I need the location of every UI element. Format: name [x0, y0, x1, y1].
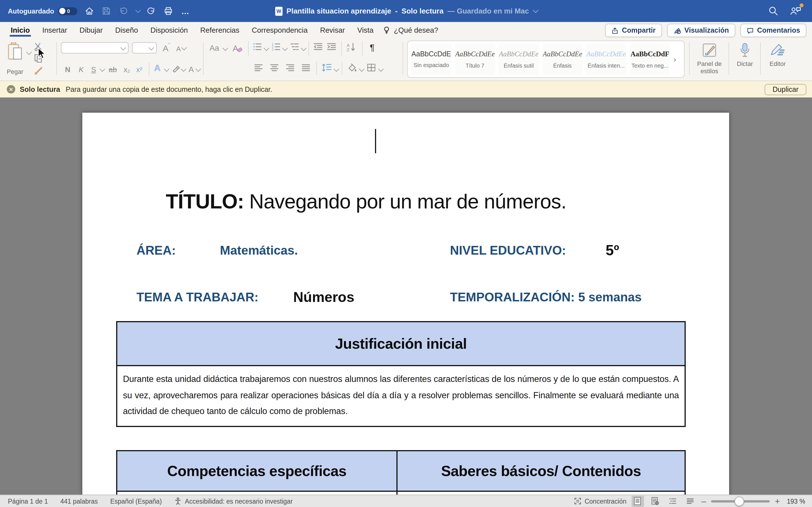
- draft-view-button[interactable]: [684, 496, 696, 507]
- area-label: ÁREA:: [137, 243, 175, 258]
- borders-button[interactable]: [366, 63, 376, 74]
- subscript-button[interactable]: x₂: [122, 64, 132, 75]
- document-page[interactable]: TÍTULO: Navegando por un mar de números.…: [82, 113, 729, 495]
- tab-disposicion[interactable]: Disposición: [144, 22, 194, 38]
- text-effects-chevron[interactable]: [164, 66, 169, 72]
- tab-inicio[interactable]: Inicio: [4, 22, 36, 38]
- font-name-select[interactable]: [61, 42, 129, 54]
- font-color-button[interactable]: A: [187, 64, 195, 75]
- italic-button[interactable]: K: [77, 64, 86, 75]
- copy-button[interactable]: [34, 54, 43, 65]
- tab-revisar[interactable]: Revisar: [314, 22, 351, 38]
- multilevel-list-chevron[interactable]: [301, 45, 306, 51]
- zoom-in-button[interactable]: +: [775, 496, 780, 506]
- zoom-percent[interactable]: 193 %: [785, 498, 805, 504]
- feedback-people-icon[interactable]: [790, 6, 802, 16]
- strikethrough-button[interactable]: ab: [107, 64, 118, 75]
- zoom-out-button[interactable]: –: [702, 496, 706, 506]
- style-enfasis-intenso[interactable]: AaBbCcDdEe Énfasis inten...: [586, 43, 626, 75]
- change-case-button[interactable]: Aa: [207, 42, 221, 54]
- underline-chevron[interactable]: [100, 66, 105, 72]
- print-icon[interactable]: [163, 6, 173, 16]
- highlight-chevron[interactable]: [181, 66, 186, 72]
- decrease-indent-button[interactable]: [313, 42, 323, 54]
- page-count[interactable]: Página 1 de 1: [8, 498, 48, 504]
- tab-dibujar[interactable]: Dibujar: [73, 22, 109, 38]
- tab-insertar[interactable]: Insertar: [36, 22, 73, 38]
- clear-formatting-button[interactable]: A: [231, 42, 244, 54]
- home-icon[interactable]: [85, 6, 94, 16]
- bullet-list-button[interactable]: [253, 42, 262, 54]
- bold-button[interactable]: N: [63, 64, 72, 75]
- align-right-button[interactable]: [285, 64, 295, 74]
- undo-icon[interactable]: [118, 6, 128, 16]
- underline-button[interactable]: S: [89, 64, 98, 75]
- style-titulo-7[interactable]: AaBbCcDdEe Título 7: [455, 43, 495, 75]
- zoom-slider[interactable]: [711, 500, 770, 502]
- view-mode-button[interactable]: Visualización: [667, 24, 735, 37]
- style-texto-negrita[interactable]: AaBbCcDdF Texto en neg...: [629, 43, 670, 75]
- numbered-list-chevron[interactable]: [282, 45, 288, 51]
- highlight-button[interactable]: [171, 64, 181, 75]
- tab-correspondencia[interactable]: Correspondencia: [246, 22, 314, 38]
- multilevel-list-button[interactable]: [290, 42, 299, 54]
- bullet-list-chevron[interactable]: [264, 45, 269, 51]
- shrink-font-button[interactable]: A: [175, 43, 187, 55]
- change-case-chevron[interactable]: [222, 45, 228, 51]
- tab-vista[interactable]: Vista: [351, 22, 379, 38]
- document-canvas[interactable]: TÍTULO: Navegando por un mar de números.…: [0, 98, 812, 495]
- justify-button[interactable]: [301, 64, 311, 74]
- save-icon[interactable]: [101, 6, 111, 16]
- autosave-control[interactable]: Autoguardado 0: [8, 7, 77, 15]
- font-color-chevron[interactable]: [195, 66, 201, 72]
- line-spacing-button[interactable]: [321, 63, 332, 75]
- comment-icon: [746, 27, 754, 34]
- document-title-group[interactable]: W Plantilla situacion aprendizaje - Solo…: [275, 6, 537, 15]
- shading-chevron[interactable]: [359, 66, 364, 72]
- search-icon[interactable]: [768, 6, 779, 16]
- style-panel-button[interactable]: Panel de estilos: [693, 42, 726, 75]
- line-spacing-chevron[interactable]: [334, 66, 339, 72]
- editor-button[interactable]: Editor: [763, 42, 792, 67]
- font-size-select[interactable]: [132, 42, 157, 54]
- accessibility-status[interactable]: Accesibilidad: es necesario investigar: [174, 497, 293, 505]
- outline-view-button[interactable]: [666, 496, 679, 507]
- title-dropdown-chevron[interactable]: [533, 7, 539, 13]
- tab-referencias[interactable]: Referencias: [194, 22, 246, 38]
- autosave-toggle[interactable]: 0: [58, 7, 77, 15]
- text-effects-button[interactable]: A: [152, 62, 162, 74]
- show-paragraph-marks-button[interactable]: ¶: [368, 42, 377, 54]
- duplicate-button[interactable]: Duplicar: [765, 83, 806, 95]
- numbered-list-button[interactable]: 123: [271, 42, 281, 54]
- focus-mode-button[interactable]: Concentración: [574, 497, 626, 505]
- sort-button[interactable]: AZ: [346, 42, 357, 54]
- share-button[interactable]: Compartir: [605, 24, 662, 37]
- redo-icon[interactable]: [147, 6, 156, 16]
- shading-button[interactable]: [347, 63, 357, 74]
- language[interactable]: Español (España): [110, 498, 162, 504]
- grow-font-button[interactable]: Aˆ: [160, 42, 172, 54]
- align-left-button[interactable]: [254, 64, 263, 74]
- style-sin-espaciado[interactable]: AaBbCcDdE Sin espaciado: [411, 43, 451, 75]
- style-enfasis[interactable]: AaBbCcDdEe Énfasis: [542, 43, 582, 75]
- zoom-slider-knob[interactable]: [734, 496, 744, 506]
- paste-button[interactable]: [7, 42, 24, 65]
- tell-me-box[interactable]: ¿Qué desea?: [380, 25, 439, 34]
- web-layout-view-button[interactable]: [649, 496, 661, 507]
- borders-chevron[interactable]: [378, 66, 384, 72]
- cut-button[interactable]: [34, 42, 43, 54]
- tab-diseno[interactable]: Diseño: [109, 22, 144, 38]
- format-painter-button[interactable]: [34, 66, 43, 78]
- align-center-button[interactable]: [269, 64, 279, 74]
- comments-button[interactable]: Comentarios: [740, 24, 806, 37]
- more-options-icon[interactable]: …: [181, 6, 190, 16]
- print-layout-view-button[interactable]: [631, 496, 644, 507]
- paste-dropdown-chevron[interactable]: [26, 49, 32, 55]
- style-enfasis-sutil[interactable]: AaBbCcDdEe Énfasis sutil: [499, 43, 539, 75]
- increase-indent-button[interactable]: [326, 42, 337, 54]
- superscript-button[interactable]: x²: [134, 64, 144, 75]
- gallery-next-chevron[interactable]: ›: [673, 55, 676, 64]
- word-count[interactable]: 441 palabras: [60, 498, 98, 504]
- dictate-button[interactable]: Dictar: [732, 42, 758, 67]
- undo-dropdown-chevron[interactable]: [135, 7, 141, 13]
